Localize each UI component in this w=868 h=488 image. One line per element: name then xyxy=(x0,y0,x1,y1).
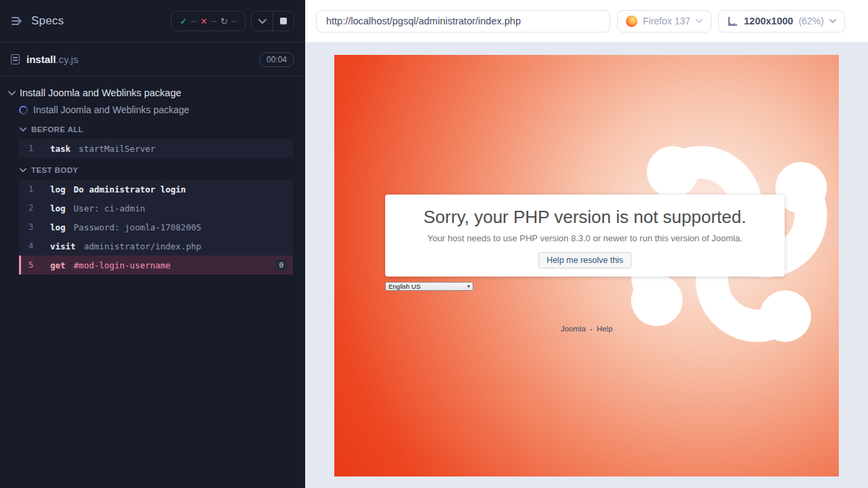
test-body-commands: 1 log Do administrator login 2 log User:… xyxy=(19,180,293,274)
stat-failed: ✕ -- xyxy=(200,16,216,26)
refresh-icon: ↻ xyxy=(220,17,228,26)
command-row[interactable]: 4 visit administrator/index.php xyxy=(19,237,293,256)
command-row[interactable]: 3 log Password: joomla-17082005 xyxy=(19,218,293,237)
run-controls xyxy=(251,11,294,31)
before-all-commands: 1 task startMailServer xyxy=(19,139,293,158)
spec-duration-badge: 00:04 xyxy=(259,52,294,67)
language-select[interactable]: English US ▾ xyxy=(385,282,473,291)
specs-title: Specs xyxy=(31,14,64,28)
aut-footer: Joomla-Help xyxy=(334,325,839,333)
browser-selector[interactable]: Firefox 137 xyxy=(617,10,711,33)
command-log: Install Joomla and Weblinks package Inst… xyxy=(0,77,305,274)
chevron-down-icon xyxy=(829,19,836,23)
joomla-link[interactable]: Joomla xyxy=(561,325,586,333)
command-row-active[interactable]: 5 get #mod-login-username 0 xyxy=(19,256,293,274)
retry-count-badge: 0 xyxy=(275,260,288,271)
test-row[interactable]: Install Joomla and Weblinks package xyxy=(0,100,305,120)
collapse-all-button[interactable] xyxy=(252,12,273,30)
stat-pending: ↻ -- xyxy=(220,16,237,26)
spec-file-icon xyxy=(11,54,20,64)
check-icon: ✓ xyxy=(180,17,187,26)
firefox-icon xyxy=(626,16,637,27)
suite-title: Install Joomla and Weblinks package xyxy=(20,87,181,98)
error-title: Sorry, your PHP version is not supported… xyxy=(385,207,785,228)
browser-label: Firefox 137 xyxy=(643,16,690,26)
chevron-down-icon xyxy=(696,19,703,23)
aut-iframe: Sorry, your PHP version is not supported… xyxy=(334,55,839,476)
ruler-icon xyxy=(727,16,738,27)
spec-file-name: install xyxy=(26,54,56,65)
viewport-zoom: (62%) xyxy=(799,16,824,26)
aut-panel: Sorry, your PHP version is not supported… xyxy=(305,43,868,488)
viewport-selector[interactable]: 1200x1000 (62%) xyxy=(718,10,845,33)
stop-button[interactable] xyxy=(273,12,294,30)
reporter-header: Specs ✓ -- ✕ -- ↻ -- xyxy=(0,0,305,43)
spec-file-row[interactable]: install .cy.js 00:04 xyxy=(0,43,305,77)
url-input[interactable] xyxy=(316,10,610,33)
stat-passed: ✓ -- xyxy=(180,16,196,26)
chevron-down-icon xyxy=(20,127,26,131)
help-resolve-button[interactable]: Help me resolve this xyxy=(538,252,631,268)
cross-icon: ✕ xyxy=(200,17,208,26)
command-row[interactable]: 2 log User: ci-admin xyxy=(19,199,293,218)
specs-list-icon[interactable] xyxy=(11,16,24,26)
spec-file-ext: .cy.js xyxy=(56,54,78,65)
command-row[interactable]: 1 log Do administrator login xyxy=(19,180,293,199)
chevron-down-icon xyxy=(8,91,16,96)
section-before-all[interactable]: BEFORE ALL xyxy=(0,120,305,138)
command-row[interactable]: 1 task startMailServer xyxy=(19,139,293,158)
help-link[interactable]: Help xyxy=(597,325,613,333)
test-stats: ✓ -- ✕ -- ↻ -- xyxy=(171,11,245,31)
chevron-down-icon xyxy=(20,168,26,172)
language-selected-option: English US xyxy=(389,283,420,290)
php-error-card: Sorry, your PHP version is not supported… xyxy=(385,195,785,277)
chevron-down-icon: ▾ xyxy=(467,283,470,289)
aut-toolbar: Firefox 137 1200x1000 (62%) xyxy=(305,0,868,43)
error-subtitle: Your host needs to use PHP version 8.3.0… xyxy=(385,233,785,243)
stop-icon xyxy=(280,18,287,24)
suite-row[interactable]: Install Joomla and Weblinks package xyxy=(0,86,305,100)
section-test-body[interactable]: TEST BODY xyxy=(0,161,305,178)
test-running-spinner-icon xyxy=(19,106,28,115)
viewport-size: 1200x1000 xyxy=(744,16,793,26)
test-title: Install Joomla and Weblinks package xyxy=(33,104,189,115)
cypress-reporter-sidebar: Specs ✓ -- ✕ -- ↻ -- xyxy=(0,0,305,488)
